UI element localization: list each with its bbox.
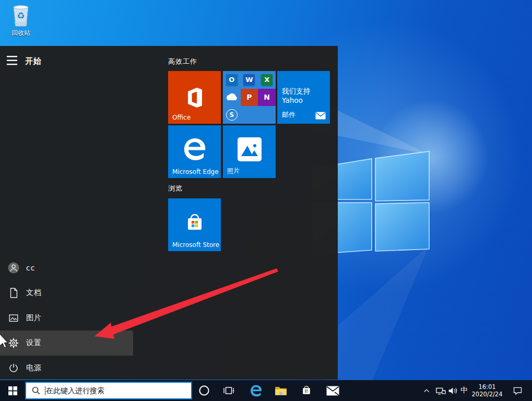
tile-label: Microsoft Store: [172, 241, 219, 249]
tile-label: 照片: [227, 167, 240, 175]
sidebar-item-user[interactable]: cc: [0, 255, 133, 280]
tile-label: 邮件: [282, 110, 295, 120]
sidebar-item-power[interactable]: 电源: [0, 356, 133, 381]
tile-group-title-explore: 浏览: [168, 184, 183, 193]
tile-edge[interactable]: Microsoft Edge: [168, 125, 221, 178]
speaker-icon: [447, 385, 458, 396]
sidebar-item-label: 电源: [26, 363, 42, 373]
start-button[interactable]: [0, 380, 25, 401]
tile-group-title-productivity: 高效工作: [168, 57, 197, 66]
taskbar-clock[interactable]: 16:01 2020/2/24: [471, 380, 503, 401]
tile-store[interactable]: Microsoft Store: [168, 198, 221, 251]
onedrive-icon: [223, 89, 241, 107]
tile-mail[interactable]: 我们支持 Yahoo 邮件: [277, 71, 330, 124]
ime-indicator[interactable]: 中: [458, 380, 470, 401]
task-view-button[interactable]: [219, 380, 239, 401]
pictures-icon: [7, 312, 20, 324]
tile-label: Office: [172, 114, 191, 121]
text-caret: [45, 386, 45, 395]
recycle-bin-label: 回收站: [5, 29, 37, 38]
store-icon: [300, 384, 313, 397]
recycle-bin-shortcut[interactable]: ♻ 回收站: [5, 3, 37, 38]
action-center-button[interactable]: [509, 380, 526, 401]
tile-office-apps-group[interactable]: O W X P: [223, 71, 276, 124]
sidebar-item-label: 设置: [26, 338, 42, 348]
power-icon: [7, 362, 20, 374]
start-sidebar: cc 文档 图片: [0, 255, 133, 381]
gear-icon: [7, 337, 20, 349]
sidebar-item-label: 图片: [26, 313, 42, 323]
group-empty-cell: [258, 106, 276, 124]
sidebar-item-documents[interactable]: 文档: [0, 280, 133, 305]
sidebar-item-label: cc: [26, 264, 35, 272]
network-status[interactable]: [433, 380, 447, 401]
cortana-icon: [198, 385, 210, 396]
search-input[interactable]: [46, 386, 166, 395]
windows-logo-icon: [8, 386, 17, 395]
group-empty-cell: [241, 106, 258, 124]
word-icon: W: [241, 71, 258, 89]
recycle-bin-icon: ♻: [9, 3, 32, 28]
folder-icon: [274, 384, 288, 397]
taskbar: 中 16:01 2020/2/24: [0, 380, 532, 401]
search-icon: [31, 386, 41, 395]
edge-icon: [249, 384, 263, 398]
network-icon: [435, 385, 446, 396]
store-bag-icon: [183, 211, 207, 235]
clock-time: 16:01: [471, 383, 503, 391]
taskbar-mail-button[interactable]: [322, 380, 344, 401]
sidebar-item-settings[interactable]: 设置: [0, 331, 133, 356]
tray-expand-button[interactable]: [420, 380, 433, 401]
mail-envelope-icon: [315, 112, 326, 120]
onenote-icon: N: [258, 89, 276, 107]
sidebar-item-pictures[interactable]: 图片: [0, 305, 133, 331]
tile-photos[interactable]: 照片: [223, 125, 276, 178]
outlook-icon: O: [223, 71, 241, 89]
file-explorer-button[interactable]: [270, 380, 291, 401]
taskbar-search-box[interactable]: [25, 382, 192, 399]
task-view-icon: [222, 384, 235, 397]
clock-date: 2020/2/24: [471, 391, 503, 398]
desktop: ♻ 回收站 开始 cc: [0, 0, 532, 401]
svg-text:♻: ♻: [17, 10, 25, 21]
start-menu-header: 开始: [0, 46, 133, 75]
user-avatar-icon: [7, 262, 20, 274]
tile-office[interactable]: Office: [168, 71, 221, 124]
start-menu-title: 开始: [25, 56, 42, 66]
mail-icon: [326, 386, 339, 396]
taskbar-edge-button[interactable]: [245, 380, 266, 401]
powerpoint-icon: P: [241, 89, 258, 107]
office-apps-grid: O W X P: [223, 71, 276, 124]
edge-logo-icon: [181, 136, 208, 163]
skype-icon: S: [223, 106, 241, 124]
sidebar-item-label: 文档: [26, 288, 42, 298]
excel-icon: X: [258, 71, 276, 89]
chevron-up-icon: [422, 386, 431, 395]
hamburger-menu-icon[interactable]: [7, 56, 18, 65]
tile-label: Microsoft Edge: [172, 168, 219, 175]
cortana-button[interactable]: [194, 380, 214, 401]
photos-icon: [238, 137, 262, 161]
mail-promo-text: 我们支持 Yahoo: [282, 87, 330, 104]
taskbar-store-button[interactable]: [296, 380, 317, 401]
start-menu: 开始 cc: [0, 46, 338, 380]
notification-icon: [512, 385, 523, 396]
office-logo-icon: [183, 86, 206, 109]
document-icon: [7, 287, 20, 299]
